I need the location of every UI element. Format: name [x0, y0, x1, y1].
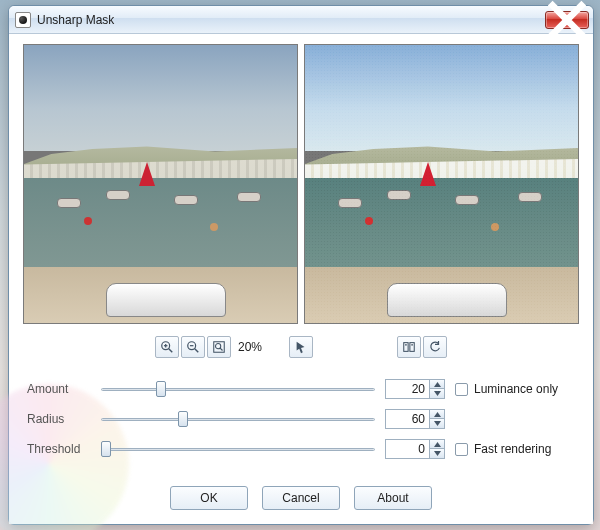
preview-before[interactable]	[23, 44, 298, 324]
radius-input[interactable]	[385, 409, 429, 429]
svg-point-13	[411, 344, 413, 346]
close-button[interactable]	[545, 11, 589, 29]
app-icon	[15, 12, 31, 28]
preview-area	[23, 44, 579, 324]
threshold-row: Threshold Fast rendering	[27, 434, 575, 464]
fast-rendering-label: Fast rendering	[474, 442, 551, 456]
preview-toolbar: 20%	[9, 334, 593, 360]
zoom-fit-button[interactable]	[207, 336, 231, 358]
window-title: Unsharp Mask	[37, 13, 114, 27]
svg-line-5	[195, 349, 199, 353]
parameters: Amount Luminance only	[27, 374, 575, 464]
svg-line-1	[169, 349, 173, 353]
compare-toggle-button[interactable]	[397, 336, 421, 358]
titlebar[interactable]: Unsharp Mask	[9, 6, 593, 34]
threshold-label: Threshold	[27, 442, 91, 456]
zoom-out-button[interactable]	[181, 336, 205, 358]
about-button[interactable]: About	[354, 486, 432, 510]
checkbox-icon	[455, 383, 468, 396]
svg-line-9	[220, 348, 223, 351]
threshold-input[interactable]	[385, 439, 429, 459]
unsharp-mask-dialog: Unsharp Mask	[8, 5, 594, 525]
dialog-content: 20% Amount	[9, 34, 593, 524]
luminance-only-checkbox[interactable]: Luminance only	[455, 382, 575, 396]
amount-spinner[interactable]	[385, 379, 445, 399]
amount-step-down[interactable]	[430, 389, 444, 398]
amount-label: Amount	[27, 382, 91, 396]
radius-step-up[interactable]	[430, 410, 444, 419]
amount-row: Amount Luminance only	[27, 374, 575, 404]
threshold-slider[interactable]	[101, 440, 375, 458]
threshold-step-up[interactable]	[430, 440, 444, 449]
dialog-buttons: OK Cancel About	[9, 486, 593, 510]
radius-label: Radius	[27, 412, 91, 426]
radius-spinner[interactable]	[385, 409, 445, 429]
ok-button[interactable]: OK	[170, 486, 248, 510]
amount-step-up[interactable]	[430, 380, 444, 389]
svg-point-12	[405, 344, 407, 346]
amount-slider[interactable]	[101, 380, 375, 398]
preview-after[interactable]	[304, 44, 579, 324]
pointer-tool-button[interactable]	[289, 336, 313, 358]
threshold-spinner[interactable]	[385, 439, 445, 459]
radius-row: Radius .	[27, 404, 575, 434]
checkbox-icon	[455, 443, 468, 456]
amount-input[interactable]	[385, 379, 429, 399]
fast-rendering-checkbox[interactable]: Fast rendering	[455, 442, 575, 456]
reset-button[interactable]	[423, 336, 447, 358]
zoom-level: 20%	[233, 340, 267, 354]
zoom-in-button[interactable]	[155, 336, 179, 358]
radius-step-down[interactable]	[430, 419, 444, 428]
luminance-only-label: Luminance only	[474, 382, 558, 396]
threshold-step-down[interactable]	[430, 449, 444, 458]
radius-slider[interactable]	[101, 410, 375, 428]
cancel-button[interactable]: Cancel	[262, 486, 340, 510]
